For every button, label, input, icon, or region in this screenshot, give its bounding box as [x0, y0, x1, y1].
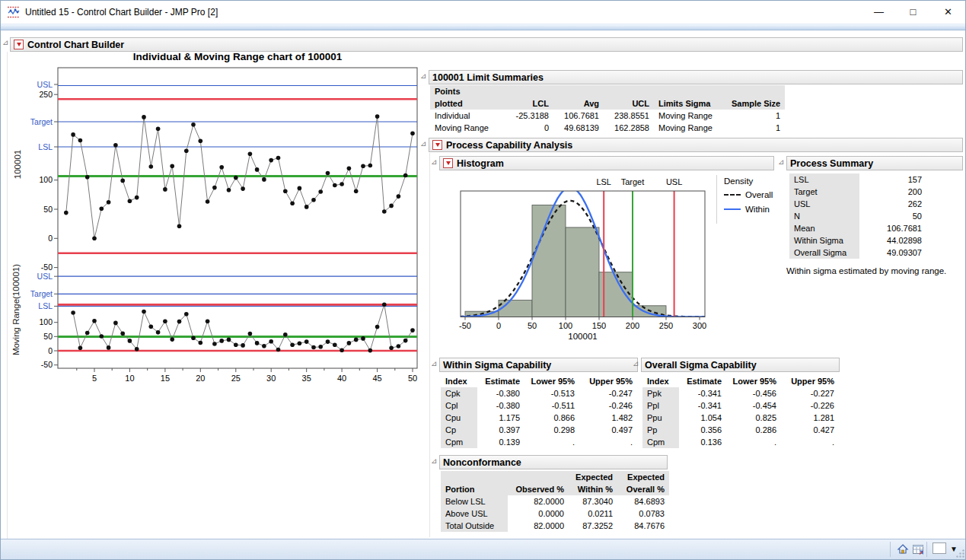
process-capability-header[interactable]: Process Capability Analysis	[429, 138, 963, 152]
data-point	[107, 200, 111, 205]
collapse-triangle-icon[interactable]	[633, 360, 641, 368]
table-cell: 157	[859, 173, 926, 186]
chart-title: Individual & Moving Range chart of 10000…	[58, 51, 417, 62]
maximize-button[interactable]: □	[896, 1, 930, 24]
minimize-button[interactable]: —	[862, 1, 896, 24]
data-point	[199, 341, 203, 345]
data-point	[326, 339, 330, 344]
table-cell: 1.281	[781, 412, 839, 424]
table-cell: 87.3040	[569, 495, 617, 508]
data-point	[184, 149, 189, 154]
resize-grip[interactable]	[955, 548, 966, 560]
data-point	[262, 177, 266, 182]
table-cell: 0.298	[524, 424, 579, 436]
table-header-cell: Expected	[569, 471, 617, 483]
data-point	[276, 348, 281, 352]
spec-label: USL	[666, 177, 682, 186]
moving-range-y-axis-label: Moving Range(100001)	[11, 249, 21, 371]
data-point	[71, 310, 75, 315]
table-header-cell: Sample Size	[727, 97, 785, 110]
table-row: Cpu1.1750.8661.482	[441, 412, 637, 424]
table-header-cell: Index	[642, 375, 679, 387]
histogram-bar	[499, 300, 532, 317]
collapse-triangle-icon[interactable]	[420, 140, 429, 148]
x-tick-label: 300	[693, 321, 706, 330]
control-chart-builder-header[interactable]: Control Chart Builder	[10, 37, 963, 52]
table-cell: -0.227	[781, 387, 839, 399]
control-chart-canvas[interactable]: USL250TargetLSL100500-50USLTargetLSL1005…	[1, 64, 427, 395]
table-cell: Cpm	[441, 436, 477, 448]
y-tick-label: LSL	[38, 301, 53, 310]
table-row: Pp0.3560.2860.427	[642, 424, 839, 436]
data-point	[340, 182, 344, 186]
process-summary-header[interactable]: Process Summary	[786, 156, 963, 170]
table-cell: 0.286	[726, 424, 781, 436]
data-point	[361, 164, 365, 169]
data-point	[206, 319, 210, 323]
x-tick-label: 150	[592, 321, 606, 330]
collapse-triangle-icon[interactable]	[431, 158, 439, 167]
histogram-header[interactable]: Histogram	[439, 156, 774, 170]
table-cell: 0.136	[679, 436, 726, 448]
collapse-triangle-icon[interactable]	[778, 158, 786, 167]
data-point	[142, 310, 146, 314]
red-triangle-menu-icon[interactable]	[14, 40, 24, 49]
section-title: Nonconformance	[443, 457, 521, 468]
table-row: Cpm0.136..	[642, 436, 839, 448]
table-cell: .	[524, 436, 579, 448]
data-point	[227, 188, 231, 192]
table-cell: -0.511	[524, 399, 579, 412]
histogram-legend: Density Overall Within	[716, 175, 773, 224]
data-point	[375, 114, 380, 119]
table-cell: -25.3188	[511, 110, 553, 122]
y-tick-label: 100	[39, 175, 53, 184]
table-row: Below LSL82.000087.304084.6893	[441, 495, 669, 508]
data-point	[255, 341, 260, 345]
x-tick-label: 50	[408, 374, 417, 383]
data-point	[149, 164, 154, 169]
home-icon[interactable]	[897, 543, 909, 555]
table-cell: 0.825	[726, 412, 781, 424]
table-cell: 0.0783	[617, 508, 669, 520]
overall-dashed-swatch-icon	[724, 194, 741, 196]
table-row: Individual-25.3188106.7681238.8551Moving…	[430, 110, 785, 122]
data-point	[248, 332, 253, 336]
collapse-triangle-icon[interactable]	[431, 457, 439, 466]
nonconformance-header[interactable]: Nonconformance	[439, 455, 668, 469]
x-tick-label: 0	[496, 321, 501, 330]
within-capability-header[interactable]: Within Sigma Capability	[439, 358, 638, 372]
data-table-icon[interactable]	[912, 543, 924, 555]
table-cell: 200	[859, 186, 926, 198]
data-point	[71, 132, 75, 137]
table-cell: .	[726, 436, 781, 448]
x-tick-label: 35	[302, 374, 311, 383]
x-tick-label: 10	[125, 374, 134, 383]
close-button[interactable]: ✕	[931, 1, 965, 24]
table-header-cell	[511, 85, 553, 97]
data-point	[290, 342, 295, 347]
table-cell: -0.456	[726, 387, 781, 399]
histogram-canvas[interactable]: LSLTargetUSL-50050100150200250300100001	[441, 173, 712, 344]
table-cell: Target	[789, 186, 859, 198]
y-tick-label: USL	[37, 272, 53, 281]
table-row: Moving Range049.68139162.2858Moving Rang…	[430, 122, 785, 134]
collapse-triangle-icon[interactable]	[431, 360, 439, 368]
y-tick-label: 50	[43, 332, 53, 341]
red-triangle-menu-icon[interactable]	[432, 140, 442, 150]
window-selector-box[interactable]	[933, 542, 946, 554]
collapse-triangle-icon[interactable]	[420, 72, 429, 81]
data-point	[241, 343, 245, 348]
data-point	[333, 183, 337, 188]
red-triangle-menu-icon[interactable]	[443, 158, 453, 168]
x-tick-label: 30	[266, 374, 276, 383]
overall-capability-header[interactable]: Overall Sigma Capability	[641, 358, 840, 372]
data-point	[199, 139, 203, 144]
limit-summaries-header[interactable]: 100001 Limit Summaries	[429, 70, 963, 84]
data-point	[177, 320, 182, 324]
table-header-cell: Estimate	[679, 375, 726, 387]
data-point	[290, 202, 295, 206]
table-cell: Pp	[642, 424, 679, 436]
table-row: Mean106.7681	[789, 222, 926, 234]
data-point	[311, 198, 316, 202]
data-point	[135, 347, 139, 352]
